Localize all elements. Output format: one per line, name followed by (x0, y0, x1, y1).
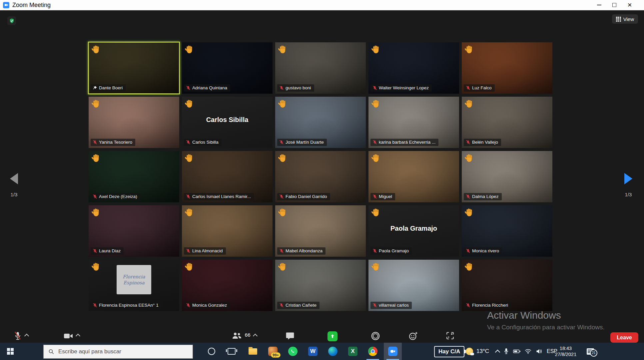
participant-name: karina barbará Echeverria ... (379, 140, 435, 145)
participant-tile[interactable]: Adriana Quintana (182, 42, 273, 94)
close-button[interactable]: ✕ (622, 0, 637, 10)
participant-tile[interactable]: Axel Deze (Ezeiza) (89, 151, 179, 202)
previous-page-arrow-icon[interactable] (10, 173, 18, 184)
participants-count: 66 (245, 332, 251, 338)
participant-tile[interactable]: Paola Gramajo Paola Gramajo (368, 205, 459, 257)
whatsapp-button[interactable] (284, 343, 302, 360)
security-shield-icon[interactable] (7, 16, 16, 25)
cortana-button[interactable] (203, 343, 221, 360)
temperature: 13°C (476, 348, 489, 355)
hay-ca-button[interactable]: Hay C/A (434, 346, 464, 357)
action-center-button[interactable]: 21 (580, 343, 600, 360)
participants-options-caret[interactable] (253, 334, 257, 338)
raised-hand-icon (185, 208, 194, 217)
participant-tile[interactable]: Miguel (368, 151, 459, 202)
participant-tile[interactable]: Walter Weinsinger Lopez (368, 42, 459, 94)
participant-tile[interactable]: Mabel Albondanza (275, 205, 366, 257)
minimize-button[interactable] (591, 0, 607, 10)
participant-name-label: Carlos Sibilla (184, 139, 222, 146)
title-bar: Zoom Meeting ✕ (0, 0, 644, 10)
file-explorer-button[interactable] (244, 343, 262, 360)
windows-taskbar: 99+ W X Hay C/A 13°C (0, 343, 644, 360)
previous-page-control: 1/3 (10, 173, 18, 197)
mic-muted-icon (279, 140, 284, 145)
mic-muted-icon (372, 86, 377, 90)
mic-muted-icon (93, 194, 97, 199)
participant-tile[interactable]: gustavo boni (275, 42, 366, 94)
raised-hand-icon (465, 99, 474, 108)
weather-widget[interactable]: 13°C (466, 343, 489, 360)
participant-name: Yanina Tesoriero (99, 140, 132, 145)
zoom-taskbar-icon (388, 347, 397, 356)
participant-tile[interactable]: karina barbará Echeverria ... (368, 97, 459, 148)
participant-tile[interactable]: Dante Boeri (89, 42, 179, 94)
tray-mic-icon[interactable] (504, 348, 509, 355)
participant-name: Belén Vallejo (472, 140, 498, 145)
clock-date: 27/8/2021 (555, 351, 577, 357)
wifi-icon[interactable] (525, 349, 531, 354)
battery-icon[interactable] (513, 349, 520, 354)
restore-button[interactable] (607, 0, 622, 10)
participant-name-label: José Martín Duarte (277, 139, 327, 146)
raised-hand-icon (278, 99, 288, 108)
taskbar-search[interactable] (43, 345, 193, 359)
system-tray: ESP (496, 343, 557, 360)
search-icon (48, 349, 54, 355)
participant-tile[interactable]: Carlos Ismael Llanes Ramir... (182, 151, 273, 202)
participant-name: Miguel (379, 194, 392, 199)
raised-hand-icon (278, 208, 288, 217)
participant-tile[interactable]: Dalma López (462, 151, 552, 202)
mic-muted-icon (186, 140, 191, 145)
raised-hand-icon (371, 99, 381, 108)
participant-tile[interactable]: José Martín Duarte (275, 97, 366, 148)
participant-tile[interactable]: Florencia Riccheri (462, 260, 552, 311)
participant-tile[interactable]: Monica rivero (462, 205, 552, 257)
word-button[interactable]: W (304, 343, 322, 360)
participant-tile[interactable]: Cristian Cañete (275, 260, 366, 311)
video-options-caret[interactable] (76, 334, 80, 338)
participant-tile[interactable]: Belén Vallejo (462, 97, 552, 148)
participant-tile[interactable]: Luz Falco (462, 42, 552, 94)
edge-button[interactable] (324, 343, 342, 360)
participant-name-label: Mabel Albondanza (277, 247, 325, 255)
mic-muted-icon (466, 303, 470, 308)
badged-app-button[interactable]: 99+ (264, 343, 282, 360)
page-indicator-right: 1/3 (625, 192, 632, 197)
participant-tile[interactable]: Monica Gonzalez (182, 260, 273, 311)
mic-muted-icon (186, 194, 191, 199)
participant-tile[interactable]: Fabio Daniel Garrido (275, 151, 366, 202)
hidden-icons-chevron[interactable] (495, 349, 500, 355)
participant-name: Fabio Daniel Garrido (286, 194, 327, 199)
screen: { "window": { "title": "Zoom Meeting" },… (0, 0, 644, 360)
participant-tile[interactable]: Carlos Sibilla Carlos Sibilla (182, 97, 273, 148)
participant-tile[interactable]: Lina Almonacid (182, 205, 273, 257)
chrome-button[interactable] (364, 343, 382, 360)
raised-hand-icon (465, 208, 474, 217)
participant-tile[interactable]: Yanina Tesoriero (89, 97, 179, 148)
raised-hand-icon (185, 99, 194, 108)
raised-hand-icon (185, 153, 194, 163)
next-page-arrow-icon[interactable] (624, 173, 632, 184)
participant-tile[interactable]: Florencia Espinosa Florencia Espinosa EE… (89, 260, 179, 311)
zoom-taskbar-button[interactable] (384, 343, 402, 360)
participant-name: Laura Diaz (99, 248, 121, 253)
volume-icon[interactable] (536, 348, 542, 354)
taskbar-clock[interactable]: 18:43 27/8/2021 (552, 343, 579, 360)
view-button[interactable]: View (612, 14, 638, 24)
weather-icon (466, 348, 473, 355)
leave-button[interactable]: Leave (610, 332, 638, 343)
task-view-button[interactable] (223, 343, 241, 360)
excel-button[interactable]: X (344, 343, 362, 360)
search-input[interactable] (58, 348, 179, 355)
mic-muted-icon (279, 249, 284, 253)
participant-tile[interactable]: villarreal carlos (368, 260, 459, 311)
notification-count-badge: 21 (590, 349, 597, 357)
start-button[interactable] (0, 343, 21, 360)
participant-tile[interactable]: Laura Diaz (89, 205, 179, 257)
chrome-icon (368, 347, 377, 356)
cortana-icon (208, 348, 215, 355)
participant-name-label: Adriana Quintana (184, 84, 230, 92)
unmute-options-caret[interactable] (24, 334, 29, 338)
mic-muted-icon (279, 194, 284, 199)
mic-muted-icon (372, 303, 377, 308)
